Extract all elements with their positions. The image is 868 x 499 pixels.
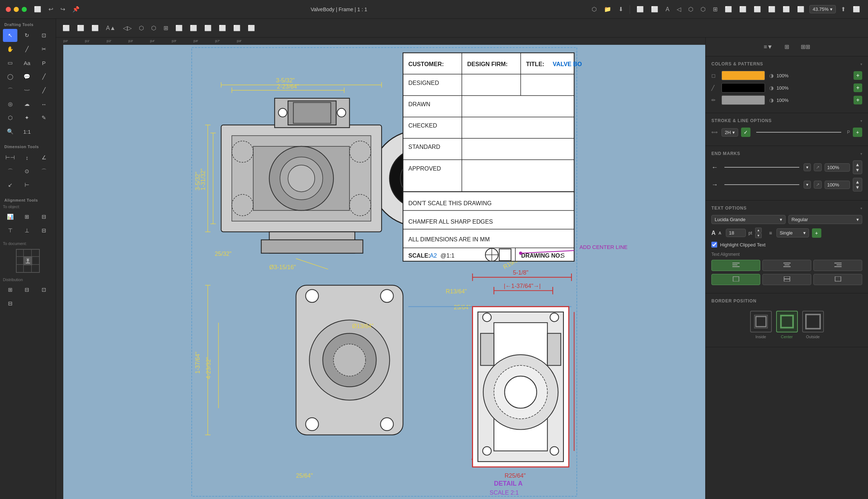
end-mark-right-value-input[interactable] (825, 181, 850, 189)
minimize-button[interactable] (14, 7, 19, 12)
align-top-h[interactable]: ⊤ (3, 224, 17, 237)
end-mark-right-stepper[interactable]: ▲▼ (853, 178, 862, 192)
share-button[interactable]: ⬆ (839, 4, 848, 14)
dim-angle-tool[interactable]: ∠ (37, 151, 51, 164)
toolbar-btn-11[interactable]: ⬜ (202, 23, 214, 33)
donut-tool[interactable]: ◎ (3, 98, 17, 111)
toolbar-btn-5[interactable]: ◁▷ (121, 23, 134, 33)
dim-arc-tool[interactable]: ⌒ (37, 165, 51, 178)
font-style-dropdown[interactable]: Regular ▾ (788, 215, 863, 224)
dim-leader-tool[interactable]: ↙ (3, 178, 17, 192)
end-mark-left-stepper[interactable]: ▲▼ (853, 160, 862, 174)
pin-button[interactable]: 📌 (71, 4, 81, 14)
hand-tool[interactable]: ✋ (3, 43, 17, 56)
view-btn-5[interactable]: ⬡ (686, 4, 695, 14)
rp-layers-btn[interactable]: ⊞ (782, 41, 791, 52)
view-btn-2[interactable]: ⬜ (649, 4, 660, 14)
toolbar-btn-4[interactable]: A▲ (104, 23, 118, 33)
align-center-h[interactable]: ⊥ (20, 224, 34, 237)
toolbar-btn-9[interactable]: ⬜ (173, 23, 185, 33)
stroke-weight-green-btn[interactable]: ✓ (741, 128, 750, 137)
toolbar-btn-2[interactable]: ⬜ (75, 23, 86, 33)
slash-tool[interactable]: ╱ (37, 84, 51, 97)
canvas-area[interactable]: |10' |11' |12' |13' |14' |15' |16' |17' … (56, 38, 705, 499)
pin-tool[interactable]: P (37, 56, 51, 69)
stroke-weight-dropdown[interactable]: 2H ▾ (722, 128, 738, 137)
view-btn-10[interactable]: ⬜ (752, 4, 763, 14)
dim-chain-tool[interactable]: ⊢ (20, 178, 34, 192)
fill-color-swatch[interactable] (722, 71, 765, 80)
dist-4[interactable]: ⊟ (3, 297, 17, 310)
arc-tool[interactable]: ⌒ (3, 84, 17, 97)
font-size-down[interactable]: ▼ (755, 233, 762, 238)
align-top-button[interactable] (711, 274, 760, 285)
view-btn-7[interactable]: ⊞ (711, 4, 720, 14)
colors-patterns-collapse-icon[interactable]: ▾ (860, 62, 862, 66)
align-bottom-button[interactable] (813, 274, 862, 285)
sidebar-toggle-button[interactable]: ⬜ (33, 4, 43, 14)
dist-3[interactable]: ⊡ (37, 283, 51, 296)
scale-tool[interactable]: 1:1 (20, 125, 34, 138)
download-button[interactable]: ⬇ (616, 4, 625, 14)
dim-horiz-tool[interactable]: ⊢⊣ (3, 151, 17, 164)
toolbar-btn-7[interactable]: ⬡ (149, 23, 158, 33)
view-btn-1[interactable]: ⬜ (634, 4, 646, 14)
stroke-end-green-btn[interactable]: + (853, 128, 862, 137)
close-button[interactable] (6, 7, 11, 12)
line-tool[interactable]: ╱ (37, 70, 51, 83)
canvas-content[interactable]: 3-5/32" 2-23/64" 3-5/32" (63, 45, 705, 499)
zoom-display[interactable]: 43.75% ▾ (809, 5, 836, 13)
toolbar-btn-1[interactable]: ⬜ (60, 23, 72, 33)
redo-button[interactable]: ↪ (59, 4, 67, 14)
toolbar-btn-10[interactable]: ⬜ (188, 23, 199, 33)
line-spacing-green-btn[interactable]: + (812, 228, 821, 238)
select-tool[interactable]: ↖ (3, 29, 17, 42)
end-mark-left-dropdown[interactable]: ▾ (804, 163, 811, 171)
circle-tool[interactable]: ◯ (3, 70, 17, 83)
border-inside-button[interactable]: Inside (750, 311, 772, 339)
pencil-add-button[interactable]: + (854, 96, 862, 104)
rect-tool[interactable]: ▭ (3, 56, 17, 69)
view-btn-11[interactable]: ⬜ (766, 4, 778, 14)
end-mark-left-value-input[interactable] (825, 163, 850, 172)
align-bottom-h[interactable]: ⊟ (37, 224, 51, 237)
align-right-v[interactable]: ⊟ (37, 210, 51, 223)
stroke-color-swatch[interactable] (722, 83, 765, 93)
pencil-tool[interactable]: ✎ (37, 111, 51, 124)
fill-add-button[interactable]: + (854, 71, 862, 80)
highlight-clipped-checkbox[interactable] (711, 242, 717, 248)
dist-2[interactable]: ⊟ (20, 283, 34, 296)
toolbar-btn-14[interactable]: ⬜ (246, 23, 257, 33)
cloud-tool[interactable]: ☁ (20, 98, 34, 111)
border-outside-button[interactable]: Outside (802, 311, 824, 339)
view-btn-9[interactable]: ⬜ (737, 4, 749, 14)
toolbar-btn-3[interactable]: ⬜ (89, 23, 101, 33)
pencil-color-swatch[interactable] (722, 95, 765, 105)
dim-radius-tool[interactable]: ⌒ (3, 165, 17, 178)
toolbar-btn-8[interactable]: ⊞ (161, 23, 170, 33)
toolbar-btn-13[interactable]: ⬜ (231, 23, 243, 33)
stroke-add-button[interactable]: + (854, 83, 862, 92)
speech-tool[interactable]: 💬 (20, 70, 34, 83)
align-center-v[interactable]: ⊞ (20, 210, 34, 223)
align-center-button[interactable] (762, 260, 811, 271)
open-folder-button[interactable]: 📁 (602, 4, 613, 14)
end-mark-right-dropdown[interactable]: ▾ (804, 181, 811, 189)
toolbar-btn-6[interactable]: ⬡ (137, 23, 146, 33)
line-spacing-dropdown[interactable]: Single ▾ (776, 228, 809, 237)
toolbar-btn-12[interactable]: ⬜ (217, 23, 228, 33)
font-size-input[interactable] (726, 229, 746, 237)
text-options-collapse-icon[interactable]: ▾ (860, 206, 862, 210)
view-btn-13[interactable]: ⬜ (795, 4, 807, 14)
star-tool[interactable]: ✦ (20, 111, 34, 124)
end-mark-right-scale-icon[interactable]: ↗ (814, 181, 822, 189)
scissors-tool[interactable]: ✂ (37, 43, 51, 56)
polygon-tool[interactable]: ⬡ (3, 111, 17, 124)
wave-tool[interactable]: 〰 (20, 84, 34, 97)
view-btn-6[interactable]: ⬡ (698, 4, 708, 14)
rotate-tool[interactable]: ↻ (20, 29, 34, 42)
font-family-dropdown[interactable]: Lucida Grande ▾ (711, 215, 786, 224)
view-btn-12[interactable]: ⬜ (780, 4, 792, 14)
end-marks-collapse-icon[interactable]: ▾ (860, 152, 862, 156)
view-btn-8[interactable]: ⬜ (723, 4, 734, 14)
